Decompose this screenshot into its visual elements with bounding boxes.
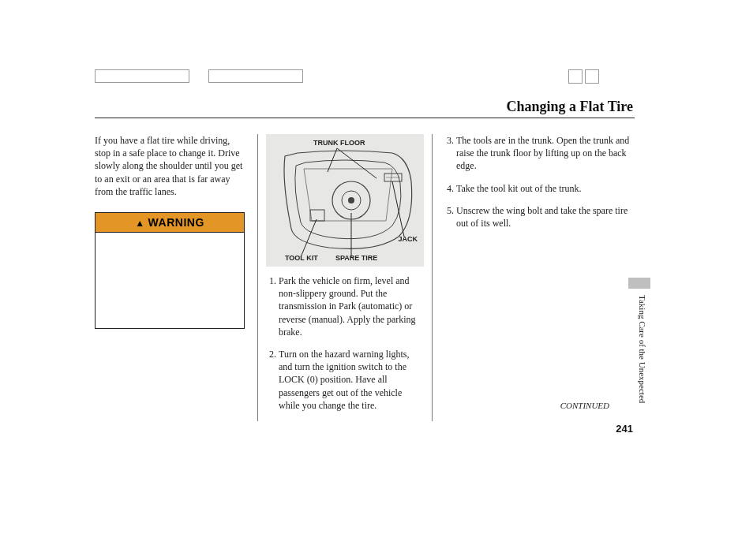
label-jack: JACK — [398, 235, 418, 243]
label-trunk-floor: TRUNK FLOOR — [313, 139, 365, 147]
header-square-1 — [568, 69, 583, 84]
column-3: The tools are in the trunk. Open the tru… — [433, 134, 631, 421]
svg-point-2 — [348, 197, 354, 203]
step-4: Take the tool kit out of the trunk. — [456, 182, 631, 195]
warning-header: ▲WARNING — [96, 213, 244, 233]
steps-list-col2: Park the vehicle on firm, level and non-… — [266, 274, 424, 412]
header-square-group — [568, 69, 598, 87]
svg-line-7 — [337, 148, 376, 178]
trunk-diagram-svg — [266, 134, 424, 267]
step-1: Park the vehicle on firm, level and non-… — [279, 274, 424, 338]
warning-box: ▲WARNING — [95, 212, 245, 329]
side-tab-marker — [628, 278, 650, 289]
warning-triangle-icon: ▲ — [135, 218, 144, 229]
svg-line-8 — [392, 181, 404, 237]
page-number: 241 — [616, 423, 633, 435]
label-tool-kit: TOOL KIT — [285, 254, 318, 262]
trunk-diagram: TRUNK FLOOR JACK TOOL KIT SPARE TIRE — [266, 134, 424, 267]
column-2: TRUNK FLOOR JACK TOOL KIT SPARE TIRE Par… — [257, 134, 433, 421]
svg-rect-5 — [310, 210, 324, 221]
header-box-2 — [208, 69, 303, 83]
column-1: If you have a flat tire while driving, s… — [95, 134, 257, 421]
title-rule — [95, 118, 635, 118]
content-columns: If you have a flat tire while driving, s… — [95, 134, 635, 421]
header-box-group — [95, 69, 303, 86]
svg-line-9 — [301, 219, 317, 257]
manual-page: Changing a Flat Tire If you have a flat … — [0, 0, 753, 560]
warning-label: WARNING — [148, 216, 204, 229]
side-section-label: Taking Care of the Unexpected — [638, 295, 647, 403]
steps-list-col3: The tools are in the trunk. Open the tru… — [444, 134, 631, 230]
header-square-2 — [585, 69, 599, 84]
step-2: Turn on the hazard warning lights, and t… — [279, 348, 424, 412]
page-title: Changing a Flat Tire — [506, 99, 633, 115]
step-3: The tools are in the trunk. Open the tru… — [456, 134, 631, 173]
label-spare-tire: SPARE TIRE — [335, 254, 377, 262]
header-box-1 — [95, 69, 189, 83]
intro-text: If you have a flat tire while driving, s… — [95, 134, 246, 198]
continued-label: CONTINUED — [560, 401, 609, 410]
step-5: Unscrew the wing bolt and take the spare… — [456, 204, 631, 230]
